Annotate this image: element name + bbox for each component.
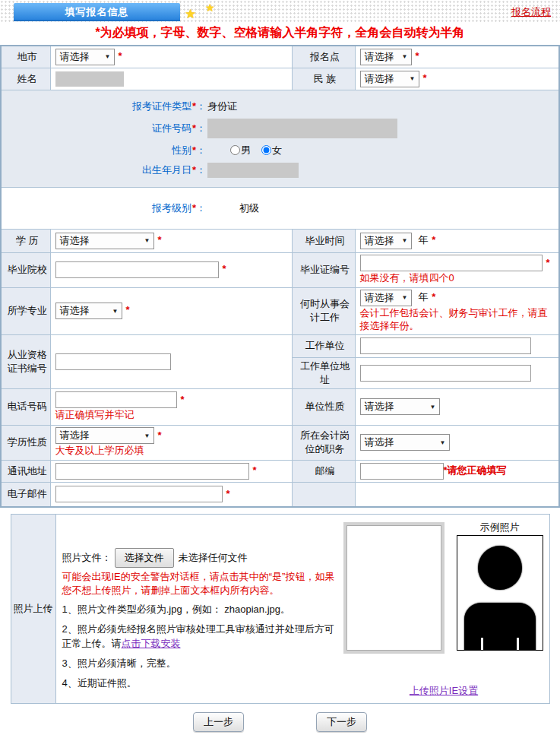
address-input[interactable] — [55, 463, 249, 480]
star-icon: ★ — [205, 2, 215, 14]
employer-label: 工作单位 — [292, 334, 355, 357]
school-input[interactable] — [55, 261, 219, 278]
gender-female-radio[interactable] — [261, 145, 271, 155]
photo-instruction-2: 2、照片必须先经报名照片审核处理工具审核通过并处理后方可正常上传。请点击下载安装 — [62, 623, 337, 650]
photo-instruction-2-text: 2、照片必须先经报名照片审核处理工具审核通过并处理后方可正常上传。请 — [62, 623, 334, 648]
site-select[interactable]: 请选择 ▼ — [360, 49, 412, 65]
graduation-year-select[interactable]: 请选择 ▼ — [360, 233, 412, 249]
diploma-number-hint: 如果没有，请填四个0 — [360, 271, 558, 285]
work-since-select[interactable]: 请选择 ▼ — [360, 290, 412, 306]
education-label: 学 历 — [1, 229, 50, 252]
tab-fill-registration-info[interactable]: 填写报名信息 — [14, 3, 180, 21]
city-select[interactable]: 请选择 ▼ — [55, 49, 115, 65]
colon: ： — [196, 202, 206, 214]
cert-number-label: 从业资格证书编号 — [1, 334, 50, 388]
required-mark: * — [126, 304, 130, 315]
next-step-button[interactable]: 下一步 — [316, 712, 367, 732]
employer-input[interactable] — [360, 337, 531, 354]
id-number-row: 证件号码*： — [6, 119, 557, 138]
gender-male-radio[interactable] — [230, 145, 240, 155]
table-row: 通讯地址 * 邮编 *请您正确填写 — [1, 460, 559, 482]
sample-photo-block: 示例照片 — [455, 521, 545, 682]
chevron-down-icon: ▼ — [144, 237, 150, 244]
gender-female-label: 女 — [272, 144, 282, 156]
ethnic-select-value: 请选择 — [365, 72, 394, 86]
id-number-value-redacted — [207, 119, 397, 138]
photo-upload-label: 照片上传 — [11, 515, 56, 703]
table-row: 从业资格证书编号 工作单位 — [1, 334, 559, 357]
chevron-down-icon: ▼ — [402, 294, 408, 301]
position-select[interactable]: 请选择 ▼ — [360, 434, 450, 451]
employer-address-input[interactable] — [360, 365, 531, 382]
table-row: 电子邮件 * — [1, 482, 559, 507]
ethnic-select[interactable]: 请选择 ▼ — [360, 71, 419, 87]
required-mark: * — [119, 50, 122, 62]
chevron-down-icon: ▼ — [402, 237, 408, 244]
education-select[interactable]: 请选择 ▼ — [55, 233, 154, 249]
education-nature-label: 学历性质 — [1, 425, 50, 460]
name-value-redacted — [55, 71, 124, 87]
education-nature-select-value: 请选择 — [60, 429, 90, 442]
email-label: 电子邮件 — [1, 482, 50, 507]
chevron-down-icon: ▼ — [440, 439, 446, 446]
download-install-link[interactable]: 点击下载安装 — [122, 638, 181, 649]
silhouette-head-icon — [478, 546, 522, 590]
colon: ： — [196, 164, 206, 176]
choose-file-button[interactable]: 选择文件 — [115, 548, 174, 568]
registration-flow-link[interactable]: 报名流程 — [511, 5, 551, 19]
level-label: 报考级别 — [152, 202, 191, 214]
table-row: 学 历 请选择 ▼ * 毕业时间 请选择 ▼ 年* — [1, 229, 559, 252]
zip-hint: *请您正确填写 — [444, 464, 507, 476]
prev-step-button[interactable]: 上一步 — [193, 712, 244, 732]
phone-label: 电话号码 — [1, 388, 50, 425]
level-value: 初级 — [239, 201, 259, 215]
required-mark: * — [423, 72, 427, 84]
level-line: 报考级别*： 初级 — [6, 201, 557, 215]
table-row: 地市 请选择 ▼ * 报名点 请选择 ▼ * — [1, 46, 559, 68]
name-label: 姓名 — [1, 68, 50, 90]
chevron-down-icon: ▼ — [144, 432, 150, 439]
photo-file-label: 照片文件： — [62, 552, 112, 563]
employer-address-label: 工作单位地址 — [292, 357, 355, 388]
sample-photo-silhouette — [457, 535, 543, 651]
education-select-value: 请选择 — [60, 234, 90, 248]
silhouette-notch — [481, 638, 483, 650]
year-unit-label: 年 — [418, 234, 428, 246]
zip-input[interactable] — [360, 463, 444, 480]
gender-male-label: 男 — [241, 144, 251, 156]
diploma-number-input[interactable] — [360, 255, 543, 271]
page-header: 填写报名信息 ★ ★ 报名流程 — [0, 0, 560, 24]
graduation-year-label: 毕业时间 — [292, 229, 355, 252]
phone-hint: 请正确填写并牢记 — [55, 408, 290, 422]
major-select-value: 请选择 — [60, 304, 90, 318]
education-nature-hint: 大专及以上学历必填 — [55, 444, 290, 458]
colon: ： — [196, 122, 206, 134]
graduation-year-select-value: 请选择 — [365, 234, 394, 248]
required-mark: * — [253, 464, 257, 476]
required-mark: * — [181, 394, 185, 405]
email-input[interactable] — [55, 486, 223, 502]
chevron-down-icon: ▼ — [410, 75, 416, 82]
major-select[interactable]: 请选择 ▼ — [55, 303, 122, 319]
table-row: 姓名 民 族 请选择 ▼ * — [1, 68, 559, 90]
position-select-value: 请选择 — [365, 436, 394, 449]
gender-female-option[interactable]: 女 — [261, 144, 282, 156]
identity-section-row: 报考证件类型*： 身份证 证件号码*： 性别*： 男女 出生年月日*： — [1, 90, 559, 187]
ie-security-warning: 可能会出现IE的安全警告对话框，请点击其中的“是”按钮，如果您不想上传照片，请删… — [62, 570, 337, 597]
required-mark: * — [432, 291, 435, 303]
cert-type-row: 报考证件类型*： 身份证 — [6, 100, 557, 113]
gender-male-option[interactable]: 男 — [230, 144, 251, 156]
required-mark: * — [223, 263, 226, 274]
unit-type-select[interactable]: 请选择 ▼ — [360, 398, 440, 415]
ethnic-label: 民 族 — [292, 68, 355, 90]
required-mark: * — [226, 488, 230, 499]
gender-label: 性别 — [172, 144, 191, 156]
education-nature-select[interactable]: 请选择 ▼ — [55, 427, 154, 444]
upload-photo-ie-settings-link[interactable]: 上传照片IE设置 — [410, 684, 478, 698]
table-row: 电话号码 * 请正确填写并牢记 单位性质 请选择 ▼ — [1, 388, 559, 425]
level-row: 报考级别*： 初级 — [1, 187, 559, 229]
cert-number-input[interactable] — [55, 353, 171, 370]
registration-form-table: 地市 请选择 ▼ * 报名点 请选择 ▼ * 姓名 民 族 请选择 ▼ * — [0, 45, 560, 508]
unit-type-label: 单位性质 — [292, 388, 355, 425]
phone-input[interactable] — [55, 391, 177, 408]
